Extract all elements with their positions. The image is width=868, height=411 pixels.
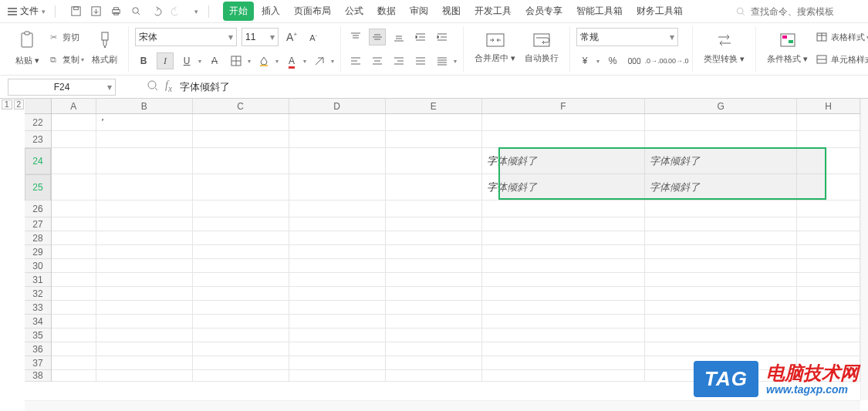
row-header[interactable]: 26 — [25, 200, 51, 217]
tab-view[interactable]: 视图 — [436, 2, 467, 21]
cell[interactable] — [797, 259, 860, 272]
cell[interactable] — [386, 287, 482, 300]
search-box[interactable] — [735, 5, 865, 18]
cell[interactable] — [797, 315, 860, 328]
cell[interactable] — [645, 231, 797, 244]
strikethrough-button[interactable]: A — [206, 52, 223, 69]
cell[interactable] — [193, 245, 289, 258]
type-convert-button[interactable]: 类型转换 ▾ — [699, 26, 749, 71]
column-header[interactable]: G — [645, 99, 797, 113]
cell[interactable]: 字体倾斜了 — [482, 174, 645, 200]
cell[interactable] — [482, 259, 645, 272]
row-header[interactable]: 33 — [25, 301, 51, 315]
cell[interactable] — [193, 217, 289, 231]
column-header[interactable]: D — [289, 99, 386, 113]
chevron-down-icon[interactable]: ▾ — [188, 4, 204, 19]
cell[interactable] — [386, 114, 482, 130]
cell[interactable] — [386, 245, 482, 258]
increase-font-button[interactable]: A+ — [283, 29, 300, 45]
row-header[interactable]: 25 — [25, 174, 51, 200]
increase-indent-button[interactable] — [434, 29, 451, 45]
cell[interactable] — [645, 328, 797, 342]
qat-undo-icon[interactable] — [148, 4, 164, 19]
currency-button[interactable]: ¥ — [576, 52, 593, 69]
cell[interactable] — [289, 301, 386, 314]
cell[interactable] — [797, 245, 860, 258]
cell[interactable] — [52, 342, 96, 355]
row-header[interactable]: 27 — [25, 217, 51, 231]
cell[interactable] — [797, 131, 860, 147]
cell[interactable] — [386, 328, 482, 342]
cell[interactable] — [482, 231, 645, 244]
row-header[interactable]: 28 — [25, 231, 51, 245]
cell[interactable] — [52, 259, 96, 272]
cell[interactable] — [386, 200, 482, 217]
copy-button[interactable]: ⧉复制 ▾ — [44, 51, 87, 69]
cell[interactable] — [645, 315, 797, 328]
cell[interactable] — [96, 259, 193, 272]
cell[interactable] — [289, 231, 386, 244]
cell[interactable] — [96, 174, 193, 200]
search-input[interactable] — [749, 5, 857, 18]
row-header[interactable]: 23 — [25, 131, 51, 148]
horizontal-scrollbar[interactable] — [25, 400, 860, 411]
percent-button[interactable]: % — [604, 52, 621, 69]
conditional-format-button[interactable]: 条件格式 ▾ — [762, 26, 812, 71]
tab-insert[interactable]: 插入 — [255, 2, 286, 21]
cell[interactable] — [645, 131, 797, 147]
cell[interactable] — [52, 328, 96, 342]
cell[interactable] — [193, 273, 289, 286]
row-header[interactable]: 31 — [25, 273, 51, 287]
cell[interactable] — [386, 315, 482, 328]
format-painter-button[interactable]: 格式刷 — [87, 26, 122, 71]
cell[interactable] — [645, 342, 797, 355]
cell[interactable] — [289, 328, 386, 342]
cell[interactable] — [52, 217, 96, 231]
cell[interactable] — [386, 370, 482, 381]
number-format-select[interactable]: 常规▾ — [576, 28, 678, 46]
cell[interactable] — [52, 114, 96, 130]
cell[interactable] — [645, 301, 797, 314]
cell[interactable] — [386, 301, 482, 314]
cell[interactable] — [193, 342, 289, 355]
cell[interactable] — [52, 370, 96, 381]
cell[interactable] — [797, 342, 860, 355]
column-header[interactable]: B — [96, 99, 193, 113]
row-header[interactable]: 38 — [25, 370, 51, 382]
cell[interactable] — [52, 200, 96, 217]
cell[interactable] — [797, 356, 860, 369]
cell[interactable] — [193, 287, 289, 300]
qat-print-icon[interactable] — [108, 4, 123, 19]
cell[interactable] — [52, 301, 96, 314]
cell[interactable] — [289, 148, 386, 173]
cell[interactable] — [797, 217, 860, 231]
cell[interactable] — [52, 245, 96, 258]
tab-dev[interactable]: 开发工具 — [468, 2, 518, 21]
cell[interactable] — [96, 231, 193, 244]
cell[interactable] — [386, 148, 482, 173]
cut-button[interactable]: ✂剪切 — [44, 29, 87, 47]
column-header[interactable]: C — [193, 99, 289, 113]
cell[interactable] — [386, 231, 482, 244]
cell[interactable] — [482, 315, 645, 328]
cell[interactable] — [797, 231, 860, 244]
row-header[interactable]: 22 — [25, 114, 51, 131]
cell-style-button[interactable]: 单元格样式 ▾ — [812, 51, 868, 69]
comma-button[interactable]: 000 — [626, 52, 643, 69]
cell[interactable] — [193, 315, 289, 328]
column-header[interactable]: H — [797, 99, 860, 113]
cell[interactable] — [289, 342, 386, 355]
cell[interactable] — [193, 259, 289, 272]
column-header[interactable]: A — [52, 99, 96, 113]
cell[interactable] — [289, 287, 386, 300]
cell[interactable] — [482, 370, 645, 381]
row-header[interactable]: 34 — [25, 315, 51, 328]
cell[interactable] — [386, 342, 482, 355]
cell[interactable] — [193, 174, 289, 200]
row-header[interactable]: 29 — [25, 245, 51, 259]
cell[interactable] — [482, 356, 645, 369]
file-menu[interactable]: 文件 ▾ — [3, 3, 50, 19]
cell[interactable] — [193, 356, 289, 369]
cell[interactable] — [289, 200, 386, 217]
tab-start[interactable]: 开始 — [223, 2, 254, 21]
